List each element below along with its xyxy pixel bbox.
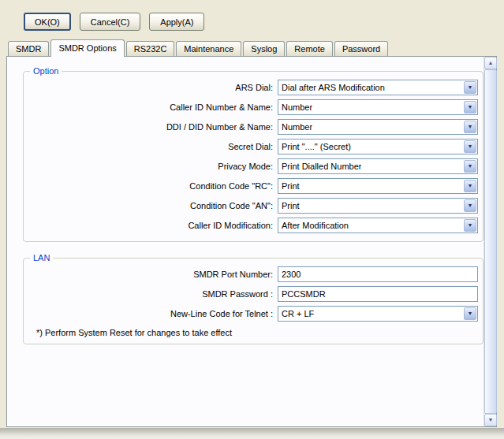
- caller-id-number-name-row: Caller ID Number & Name: Number ▼: [28, 97, 478, 117]
- horizontal-scrollbar[interactable]: [0, 428, 504, 439]
- tab-remote[interactable]: Remote: [286, 41, 333, 56]
- smdr-password-row: SMDR Password :: [28, 284, 478, 303]
- vertical-scrollbar-thumb[interactable]: [484, 69, 497, 414]
- option-group: Option ARS Dial: Dial after ARS Modifica…: [23, 66, 483, 242]
- tab-password[interactable]: Password: [334, 41, 388, 56]
- caller-id-number-name-label: Caller ID Number & Name:: [28, 102, 278, 112]
- cancel-button[interactable]: Cancel(C): [80, 13, 141, 31]
- scroll-up-icon[interactable]: ▲: [484, 57, 497, 69]
- tab-syslog[interactable]: Syslog: [243, 41, 285, 56]
- chevron-down-icon[interactable]: ▼: [464, 219, 476, 232]
- caller-id-modification-label: Caller ID Modification:: [28, 221, 278, 230]
- ars-dial-value: Dial after ARS Modification: [282, 81, 385, 95]
- ddi-did-number-name-label: DDI / DID Number & Name:: [28, 122, 278, 132]
- condition-code-rc-label: Condition Code "RC":: [28, 181, 278, 191]
- ok-button[interactable]: OK(O): [24, 13, 71, 31]
- secret-dial-value: Print "...." (Secret): [282, 140, 351, 154]
- vertical-scrollbar[interactable]: ▲ ▼: [483, 57, 496, 426]
- ars-dial-row: ARS Dial: Dial after ARS Modification ▼: [28, 77, 478, 97]
- privacy-mode-row: Privacy Mode: Print Dialled Number ▼: [28, 156, 478, 176]
- apply-button[interactable]: Apply(A): [149, 13, 204, 31]
- secret-dial-label: Secret Dial:: [28, 142, 278, 151]
- system-reset-note: *) Perform System Reset for changes to t…: [36, 328, 478, 337]
- chevron-down-icon[interactable]: ▼: [464, 140, 476, 153]
- tab-smdr[interactable]: SMDR: [8, 41, 49, 56]
- option-group-title: Option: [30, 66, 62, 76]
- tab-rs232c[interactable]: RS232C: [126, 41, 175, 56]
- ddi-did-number-name-row: DDI / DID Number & Name: Number ▼: [28, 117, 478, 136]
- lan-group-title: LAN: [30, 253, 53, 262]
- ddi-did-number-name-select[interactable]: Number ▼: [278, 119, 478, 135]
- secret-dial-row: Secret Dial: Print "...." (Secret) ▼: [28, 136, 478, 156]
- chevron-down-icon[interactable]: ▼: [464, 101, 476, 113]
- condition-code-an-row: Condition Code "AN": Print ▼: [28, 195, 478, 215]
- newline-code-telnet-label: New-Line Code for Telnet :: [28, 309, 278, 318]
- chevron-down-icon[interactable]: ▼: [464, 180, 476, 192]
- ddi-did-number-name-value: Number: [282, 121, 312, 134]
- condition-code-rc-value: Print: [282, 180, 300, 193]
- smdr-port-number-input[interactable]: [278, 266, 478, 282]
- caller-id-modification-select[interactable]: After Modification ▼: [278, 218, 478, 233]
- smdr-port-number-row: SMDR Port Number:: [28, 264, 478, 284]
- caller-id-modification-value: After Modification: [282, 219, 349, 233]
- ars-dial-label: ARS Dial:: [28, 83, 278, 92]
- privacy-mode-value: Print Dialled Number: [282, 160, 361, 173]
- smdr-password-input[interactable]: [278, 286, 478, 302]
- newline-code-telnet-select[interactable]: CR + LF ▼: [278, 306, 478, 322]
- caller-id-modification-row: Caller ID Modification: After Modificati…: [28, 215, 478, 235]
- privacy-mode-select[interactable]: Print Dialled Number ▼: [278, 158, 478, 174]
- chevron-down-icon[interactable]: ▼: [464, 199, 476, 212]
- condition-code-an-label: Condition Code "AN":: [28, 201, 278, 210]
- condition-code-an-select[interactable]: Print ▼: [278, 198, 478, 214]
- toolbar: OK(O) Cancel(C) Apply(A): [24, 13, 204, 31]
- chevron-down-icon[interactable]: ▼: [464, 81, 476, 94]
- ars-dial-select[interactable]: Dial after ARS Modification ▼: [278, 80, 478, 95]
- chevron-down-icon[interactable]: ▼: [464, 121, 476, 133]
- condition-code-rc-row: Condition Code "RC": Print ▼: [28, 176, 478, 195]
- chevron-down-icon[interactable]: ▼: [464, 307, 476, 320]
- tab-maintenance[interactable]: Maintenance: [176, 41, 241, 56]
- lan-group: LAN SMDR Port Number: SMDR Password : Ne…: [23, 253, 483, 344]
- scroll-down-icon[interactable]: ▼: [484, 414, 497, 426]
- tab-smdr-options[interactable]: SMDR Options: [50, 39, 124, 57]
- newline-code-telnet-row: New-Line Code for Telnet : CR + LF ▼: [28, 303, 478, 323]
- secret-dial-select[interactable]: Print "...." (Secret) ▼: [278, 139, 478, 154]
- tab-bar: SMDR SMDR Options RS232C Maintenance Sys…: [8, 39, 496, 56]
- condition-code-rc-select[interactable]: Print ▼: [278, 178, 478, 194]
- caller-id-number-name-select[interactable]: Number ▼: [278, 99, 478, 115]
- condition-code-an-value: Print: [282, 199, 300, 213]
- tab-content-panel: Option ARS Dial: Dial after ARS Modifica…: [6, 56, 497, 427]
- newline-code-telnet-value: CR + LF: [282, 307, 314, 321]
- caller-id-number-name-value: Number: [282, 101, 312, 114]
- smdr-password-label: SMDR Password :: [28, 289, 278, 299]
- smdr-port-number-label: SMDR Port Number:: [28, 270, 278, 279]
- chevron-down-icon[interactable]: ▼: [464, 160, 476, 173]
- privacy-mode-label: Privacy Mode:: [28, 162, 278, 171]
